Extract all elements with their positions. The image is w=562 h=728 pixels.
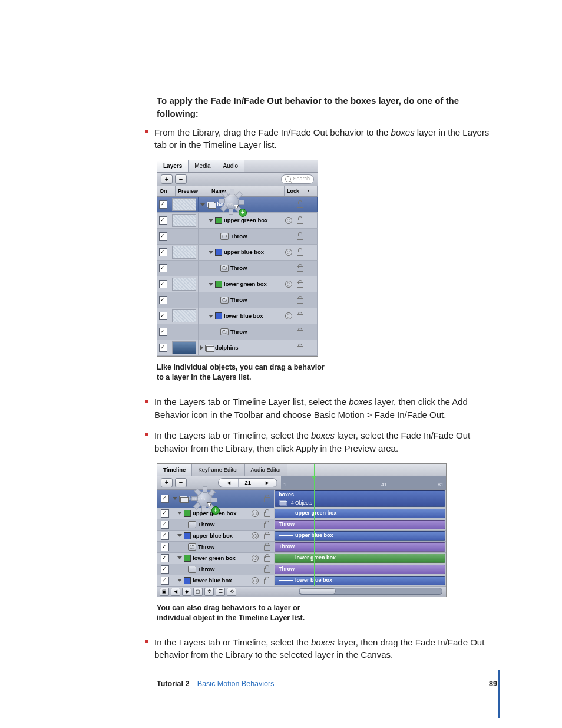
- checkbox-icon[interactable]: [159, 312, 167, 320]
- lock-icon[interactable]: [264, 497, 270, 502]
- timeline-row-lgb[interactable]: lower green box lower green box: [157, 553, 446, 564]
- lock-icon[interactable]: [297, 203, 303, 208]
- checkbox-icon[interactable]: [159, 232, 167, 241]
- timeline-bar[interactable]: upper green box: [275, 509, 445, 518]
- gear-icon[interactable]: [252, 577, 259, 584]
- tab-media[interactable]: Media: [189, 160, 217, 172]
- lock-icon[interactable]: [264, 545, 270, 551]
- timeline-bar[interactable]: Throw: [275, 565, 445, 574]
- checkbox-icon[interactable]: [159, 216, 167, 225]
- scrollbar-thumb[interactable]: [299, 588, 336, 594]
- remove-button[interactable]: −: [175, 174, 187, 184]
- lock-icon[interactable]: [297, 235, 303, 240]
- layer-row-upper-blue[interactable]: upper blue box: [157, 245, 318, 261]
- tool-icon[interactable]: ✲: [204, 588, 214, 596]
- behavior-row-throw-4[interactable]: Throw: [157, 324, 318, 340]
- lock-icon[interactable]: [297, 282, 303, 288]
- disclosure-icon[interactable]: [209, 219, 213, 222]
- lock-icon[interactable]: [297, 298, 303, 304]
- lock-icon[interactable]: [297, 314, 303, 319]
- layer-row-dolphins[interactable]: dolphins: [157, 340, 318, 356]
- tool-icon[interactable]: ▣: [160, 588, 169, 596]
- checkbox-icon[interactable]: [159, 264, 167, 272]
- lock-icon[interactable]: [297, 330, 303, 335]
- checkbox-icon[interactable]: [161, 565, 169, 574]
- timeline-bar[interactable]: lower green box: [275, 554, 445, 563]
- tab-audio[interactable]: Audio: [217, 160, 245, 172]
- tool-icon[interactable]: ⟲: [227, 588, 236, 596]
- add-button[interactable]: +: [161, 174, 173, 184]
- gear-icon[interactable]: [285, 281, 292, 288]
- checkbox-icon[interactable]: [161, 543, 169, 551]
- layer-row-upper-green[interactable]: upper green box: [157, 213, 318, 229]
- timeline-bar-boxes[interactable]: boxes4 Objects: [275, 490, 445, 507]
- tool-icon[interactable]: ▢: [193, 588, 203, 596]
- checkbox-icon[interactable]: [161, 554, 169, 562]
- timeline-row-lbb[interactable]: lower blue box lower blue box: [157, 575, 446, 587]
- behavior-row-throw-3[interactable]: Throw: [157, 292, 318, 308]
- checkbox-icon[interactable]: [159, 200, 167, 209]
- add-button[interactable]: +: [161, 478, 173, 487]
- disclosure-icon[interactable]: [200, 203, 205, 206]
- timeline-row-throw-1[interactable]: Throw Throw: [157, 519, 446, 531]
- timeline-row-boxes[interactable]: boxes boxes4 Objects: [157, 490, 446, 508]
- disclosure-icon[interactable]: [173, 497, 177, 500]
- timeline-bar[interactable]: upper blue box: [275, 531, 445, 541]
- checkbox-icon[interactable]: [159, 248, 167, 256]
- tab-layers[interactable]: Layers: [157, 160, 189, 172]
- tab-audio-editor[interactable]: Audio Editor: [245, 464, 288, 476]
- disclosure-icon[interactable]: [177, 534, 182, 537]
- checkbox-icon[interactable]: [159, 328, 167, 336]
- lock-icon[interactable]: [297, 251, 303, 256]
- lock-icon[interactable]: [264, 534, 270, 539]
- gear-icon[interactable]: [285, 217, 292, 224]
- gear-icon[interactable]: [285, 312, 292, 319]
- behavior-row-throw-2[interactable]: Throw: [157, 261, 318, 276]
- lock-icon[interactable]: [264, 556, 270, 562]
- lock-icon[interactable]: [297, 266, 303, 272]
- tool-icon[interactable]: ◆: [182, 588, 191, 596]
- tab-timeline[interactable]: Timeline: [157, 464, 192, 476]
- timeline-row-ubb[interactable]: upper blue box upper blue box: [157, 531, 446, 542]
- checkbox-icon[interactable]: [159, 280, 167, 288]
- search-field[interactable]: Search: [281, 174, 314, 184]
- behavior-row-throw-1[interactable]: Throw: [157, 229, 318, 245]
- checkbox-icon[interactable]: [161, 532, 169, 540]
- gear-icon[interactable]: [252, 532, 259, 539]
- prev-frame-icon[interactable]: ◂: [219, 479, 239, 487]
- lock-icon[interactable]: [264, 512, 270, 517]
- disclosure-icon[interactable]: [200, 345, 203, 350]
- disclosure-icon[interactable]: [177, 579, 182, 582]
- disclosure-icon[interactable]: [209, 283, 213, 286]
- tool-icon[interactable]: ☰: [216, 588, 225, 596]
- timeline-row-throw-3[interactable]: Throw Throw: [157, 564, 446, 575]
- checkbox-icon[interactable]: [161, 495, 169, 503]
- lock-icon[interactable]: [297, 346, 303, 351]
- time-ruler[interactable]: 1 41 81: [281, 476, 446, 489]
- frame-counter[interactable]: ◂21▸: [218, 478, 277, 487]
- lock-icon[interactable]: [297, 219, 303, 224]
- timeline-bar[interactable]: lower blue box: [275, 576, 445, 585]
- timeline-row-throw-2[interactable]: Throw Throw: [157, 542, 446, 553]
- gear-icon[interactable]: [285, 249, 292, 256]
- remove-button[interactable]: −: [175, 478, 187, 487]
- tab-keyframe-editor[interactable]: Keyframe Editor: [192, 464, 244, 476]
- timeline-row-ugb[interactable]: upper green box upper green box: [157, 508, 446, 519]
- tool-icon[interactable]: ◀: [171, 588, 180, 596]
- checkbox-icon[interactable]: [159, 296, 167, 304]
- disclosure-icon[interactable]: [209, 251, 213, 254]
- gear-icon[interactable]: [252, 510, 259, 517]
- layer-row-lower-blue[interactable]: lower blue box: [157, 308, 318, 324]
- lock-icon[interactable]: [264, 523, 270, 528]
- timeline-bar[interactable]: Throw: [275, 520, 445, 529]
- checkbox-icon[interactable]: [159, 344, 167, 352]
- next-frame-icon[interactable]: ▸: [257, 479, 277, 487]
- playhead[interactable]: [314, 464, 315, 586]
- lock-icon[interactable]: [264, 568, 270, 573]
- horizontal-scrollbar[interactable]: [299, 588, 442, 595]
- checkbox-icon[interactable]: [161, 521, 169, 529]
- layer-row-lower-green[interactable]: lower green box: [157, 276, 318, 292]
- disclosure-icon[interactable]: [209, 315, 213, 318]
- checkbox-icon[interactable]: [161, 509, 169, 518]
- disclosure-icon[interactable]: [177, 556, 182, 559]
